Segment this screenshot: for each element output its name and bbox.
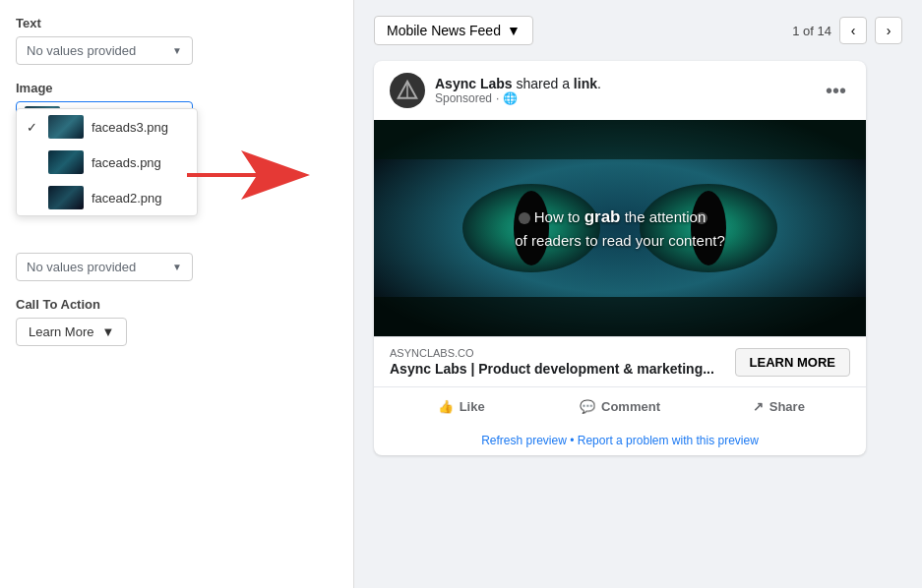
comment-icon: 💬 (580, 399, 595, 414)
footer-separator: • (570, 434, 578, 447)
post-learn-more-button[interactable]: LEARN MORE (735, 348, 850, 377)
post-page-name: Async Labs shared a link. (435, 76, 812, 91)
cta-label: Call To Action (16, 297, 338, 312)
no-values-dropdown[interactable]: No values provided ▼ (16, 253, 193, 281)
image-dropdown-menu: ✓ faceads3.png faceads.png facead2.png (16, 108, 198, 216)
learn-more-text: Learn More (29, 324, 93, 339)
post-sub: Sponsored · 🌐 (435, 91, 812, 105)
image-menu-item-3[interactable]: facead2.png (17, 180, 197, 215)
share-label: Share (769, 399, 805, 414)
text-section: Text No values provided ▼ (16, 16, 338, 65)
text-section-label: Text (16, 16, 338, 30)
cta-section: Call To Action Learn More ▼ (16, 297, 338, 346)
text-dropdown-chevron: ▼ (172, 45, 182, 56)
placement-dropdown[interactable]: Mobile News Feed ▼ (374, 16, 533, 45)
pagination: 1 of 14 ‹ › (792, 17, 902, 44)
preview-topbar: Mobile News Feed ▼ 1 of 14 ‹ › (374, 16, 902, 45)
fb-post-card: Async Labs shared a link. Sponsored · 🌐 … (374, 61, 866, 455)
like-button[interactable]: 👍 Like (382, 391, 540, 422)
like-label: Like (460, 399, 485, 414)
link-preview: ASYNCLABS.CO Async Labs | Product develo… (374, 336, 866, 386)
link-domain: ASYNCLABS.CO (390, 347, 714, 359)
left-panel: Text No values provided ▼ Image faceads3… (0, 0, 354, 588)
next-icon: › (887, 23, 891, 38)
text-dropdown[interactable]: No values provided ▼ (16, 36, 193, 65)
image-bold-word: grab (584, 207, 621, 226)
learn-more-button[interactable]: Learn More ▼ (16, 318, 127, 346)
post-footer: Refresh preview • Report a problem with … (374, 426, 866, 455)
menu-thumb-3 (48, 186, 84, 209)
more-button[interactable]: ••• (822, 80, 850, 102)
prev-icon: ‹ (851, 23, 856, 38)
dot-separator: · (496, 91, 499, 105)
placement-chevron: ▼ (507, 23, 521, 38)
check-icon: ✓ (27, 120, 40, 135)
image-menu-item-2[interactable]: faceads.png (17, 145, 197, 180)
post-image-text: How to grab the attention of readers to … (515, 205, 724, 252)
menu-thumb-1 (48, 115, 84, 139)
no-values-section: No values provided ▼ (16, 253, 338, 281)
svg-rect-11 (374, 120, 866, 159)
comment-button[interactable]: 💬 Comment (540, 391, 699, 422)
image-text-line1: How to grab the attention (515, 205, 724, 230)
pagination-text: 1 of 14 (792, 24, 831, 38)
placement-label: Mobile News Feed (387, 23, 501, 38)
no-values-text: No values provided (27, 260, 136, 274)
right-panel: Mobile News Feed ▼ 1 of 14 ‹ › (354, 0, 922, 588)
next-button[interactable]: › (875, 17, 902, 44)
post-header: Async Labs shared a link. Sponsored · 🌐 … (374, 61, 866, 120)
post-actions: 👍 Like 💬 Comment ↗ Share (374, 386, 866, 426)
image-section: Image faceads3.png ▼ ✓ faceads3.png face… (16, 81, 338, 281)
text-dropdown-value: No values provided (27, 43, 136, 58)
post-meta: Async Labs shared a link. Sponsored · 🌐 (435, 76, 812, 105)
avatar (390, 73, 425, 108)
image-menu-item-1[interactable]: ✓ faceads3.png (17, 109, 197, 145)
report-problem-link[interactable]: Report a problem with this preview (578, 434, 759, 447)
menu-filename-3: facead2.png (92, 191, 162, 206)
post-image: How to grab the attention of readers to … (374, 120, 866, 336)
menu-thumb-2 (48, 150, 84, 174)
share-button[interactable]: ↗ Share (700, 391, 858, 422)
menu-filename-2: faceads.png (92, 155, 161, 170)
globe-icon: 🌐 (503, 91, 518, 105)
menu-filename-1: faceads3.png (92, 120, 168, 135)
image-text-line2: of readers to read your content? (515, 230, 724, 253)
learn-more-chevron: ▼ (101, 324, 114, 339)
post-shared-text: shared a link. (516, 76, 600, 91)
no-values-chevron: ▼ (172, 262, 182, 272)
comment-label: Comment (601, 399, 660, 414)
refresh-preview-link[interactable]: Refresh preview (481, 434, 567, 447)
link-title: Async Labs | Product development & marke… (390, 361, 714, 377)
image-section-label: Image (16, 81, 338, 95)
share-icon: ↗ (753, 399, 764, 414)
sponsored-text: Sponsored (435, 91, 492, 105)
svg-rect-12 (374, 297, 866, 336)
like-icon: 👍 (438, 399, 454, 414)
link-info: ASYNCLABS.CO Async Labs | Product develo… (390, 347, 714, 377)
prev-button[interactable]: ‹ (839, 17, 867, 44)
